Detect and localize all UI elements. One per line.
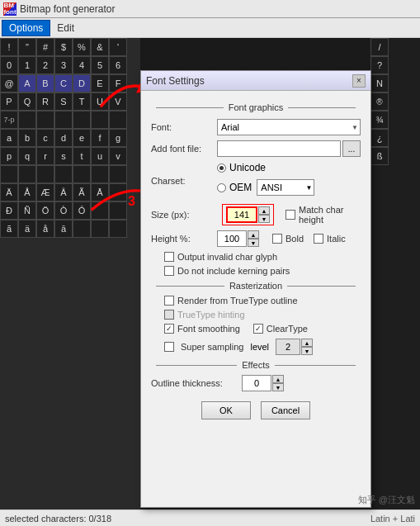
level-spin-up[interactable]: ▲ [301,339,313,347]
grid-cell[interactable]: 3 [54,56,73,74]
grid-cell[interactable]: " [18,38,36,56]
outline-row: Outline thickness: ▲ ▼ [151,375,361,391]
grid-cell[interactable]: u [91,147,109,165]
grid-cell[interactable]: ā [54,220,73,238]
grid-cell[interactable]: Â [54,183,73,201]
grid-cell[interactable]: ä [18,220,36,238]
font-dropdown[interactable]: Arial ▼ [217,119,361,135]
grid-cell[interactable]: r [36,147,54,165]
grid-cell[interactable]: g [109,129,127,147]
grid-cell[interactable]: % [73,38,91,56]
outline-spin-down[interactable]: ▼ [272,383,284,391]
font-smoothing-checkbox[interactable]: ✓ [164,324,174,334]
grid-cell[interactable]: ã [0,220,18,238]
grid-cell[interactable]: C [54,74,73,92]
size-spinbox: ▲ ▼ [226,206,270,223]
grid-cell[interactable]: å [36,220,54,238]
size-input[interactable] [226,206,257,223]
grid-cell[interactable]: Q [18,92,36,111]
add-font-input[interactable] [217,140,341,157]
level-spin-down[interactable]: ▼ [301,347,313,355]
menu-edit[interactable]: Edit [50,21,81,36]
grid-cell[interactable]: Ö [36,201,54,220]
size-spin-up[interactable]: ▲ [258,206,270,215]
grid-cell[interactable]: R [36,92,54,111]
grid-cell[interactable]: ' [109,38,127,56]
bold-checkbox[interactable] [272,234,282,244]
charset-range-label: Latin + Lati [370,514,415,524]
grid-cell[interactable]: b [18,129,36,147]
grid-cell[interactable]: c [36,129,54,147]
grid-cell [73,111,91,129]
menu-options[interactable]: Options [2,20,50,36]
italic-checkbox[interactable] [314,234,323,244]
grid-cell[interactable]: 4 [73,56,91,74]
super-sampling-checkbox[interactable] [164,342,174,352]
grid-cell[interactable]: A [18,74,36,92]
dialog-close-button[interactable]: × [352,74,366,88]
grid-cell[interactable]: Đ [0,201,18,220]
grid-cell[interactable]: p [0,147,18,165]
grid-cell[interactable]: Æ [36,183,54,201]
grid-cell[interactable]: 6 [109,56,127,74]
grid-cell[interactable]: f [91,129,109,147]
grid-cell[interactable]: ? [370,56,389,74]
browse-button[interactable]: ... [342,140,361,157]
grid-cell[interactable]: Ä [0,183,18,201]
grid-cell[interactable]: 7-p [0,111,18,129]
grid-cell[interactable]: B [36,74,54,92]
grid-cell[interactable]: t [73,147,91,165]
grid-cell[interactable]: ¿ [370,129,389,147]
cleartype-checkbox[interactable]: ✓ [253,324,263,334]
grid-cell[interactable]: D [73,74,91,92]
grid-cell[interactable]: P [0,92,18,111]
grid-cell[interactable]: & [91,38,109,56]
outline-input[interactable] [242,375,271,391]
grid-cell[interactable]: # [36,38,54,56]
grid-cell[interactable]: q [18,147,36,165]
height-spin-up[interactable]: ▲ [248,230,259,239]
level-input[interactable] [276,339,300,355]
grid-cell[interactable]: a [0,129,18,147]
grid-cell[interactable]: T [73,92,91,111]
ok-button[interactable]: OK [201,401,251,419]
grid-cell[interactable]: ß [370,147,389,165]
grid-cell [36,111,54,129]
oem-dropdown[interactable]: ANSI ▼ [257,179,314,196]
grid-cell[interactable]: Å [18,183,36,201]
match-char-height-checkbox[interactable] [286,210,295,220]
grid-cell[interactable]: S [54,92,73,111]
grid-cell[interactable]: / [370,38,389,56]
grid-row-5: a b c d e f g [0,129,140,147]
render-truetype-checkbox[interactable] [164,296,174,306]
outline-spin-up[interactable]: ▲ [272,375,284,383]
grid-cell[interactable]: s [54,147,73,165]
charset-unicode-radio[interactable] [217,163,226,173]
grid-cell [91,220,109,238]
grid-cell[interactable]: Ò [54,201,73,220]
no-kerning-checkbox[interactable] [164,266,174,276]
grid-cell[interactable]: v [109,147,127,165]
grid-cell[interactable]: 0 [0,56,18,74]
grid-cell[interactable]: d [54,129,73,147]
grid-cell[interactable]: 5 [91,56,109,74]
size-spin-down[interactable]: ▼ [258,215,270,223]
charset-oem-radio[interactable] [217,183,226,192]
grid-cell[interactable]: $ [54,38,73,56]
grid-cell[interactable]: ! [0,38,18,56]
grid-cell[interactable]: Ñ [18,201,36,220]
grid-cell[interactable]: @ [0,74,18,92]
grid-cell [109,111,127,129]
height-input[interactable] [217,230,247,247]
cancel-button[interactable]: Cancel [261,401,310,419]
truetype-hinting-checkbox[interactable] [164,310,174,320]
grid-cell[interactable]: N [370,74,389,92]
output-invalid-checkbox[interactable] [164,252,174,262]
grid-cell[interactable]: e [73,129,91,147]
grid-cell[interactable]: ® [370,92,389,111]
grid-cell[interactable]: 2 [36,56,54,74]
grid-cell[interactable]: 1 [18,56,36,74]
dialog-body: Font graphics Font: Arial ▼ Add font fil… [141,91,370,426]
height-spin-down[interactable]: ▼ [248,239,259,247]
grid-cell[interactable]: ¾ [370,111,389,129]
